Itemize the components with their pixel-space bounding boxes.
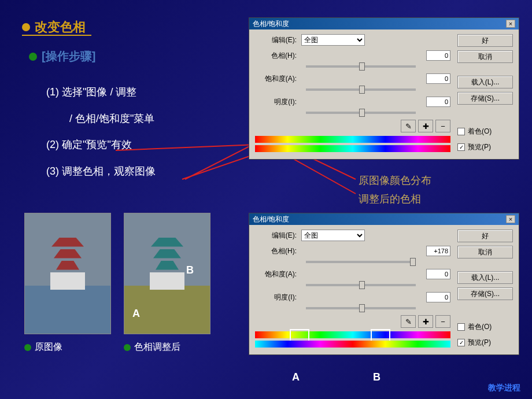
hue-strip-adjusted — [255, 145, 450, 152]
eyedropper-icon[interactable]: ✎ — [401, 315, 416, 328]
step-1a: (1) 选择"图像 / 调整 — [46, 81, 156, 104]
original-image-label: 原图像 — [24, 341, 111, 353]
dialog-title-bar[interactable]: 色相/饱和度 × — [249, 18, 519, 29]
colorize-row[interactable]: 着色(O) — [457, 127, 513, 136]
eyedropper-icon[interactable]: ✎ — [401, 120, 416, 132]
colorize-checkbox[interactable] — [457, 128, 465, 135]
eyedropper-minus-icon[interactable]: − — [435, 315, 450, 328]
hue-sat-dialog-top: 色相/饱和度 × 编辑(E): 全图 色相(H): 0 饱和度(A): 0 明度… — [249, 17, 519, 160]
cancel-button[interactable]: 取消 — [457, 246, 513, 258]
save-button[interactable]: 存储(S)... — [457, 92, 513, 105]
overlay-a: A — [132, 308, 140, 320]
annotation-adjusted: 调整后的色相 — [359, 192, 431, 206]
label-text: 色相调整后 — [134, 341, 180, 353]
slider-handle[interactable] — [410, 258, 416, 266]
light-input[interactable]: 0 — [426, 97, 450, 107]
light-label: 明度(I): — [255, 97, 301, 107]
preview-row[interactable]: ✓ 预览(P) — [457, 142, 513, 152]
sat-input[interactable]: 0 — [426, 269, 450, 279]
image-labels: 原图像 色相调整后 — [24, 341, 210, 353]
slider-handle[interactable] — [359, 86, 365, 94]
sat-slider[interactable] — [306, 284, 416, 286]
step-2: (2) 确定"预览"有效 — [46, 134, 156, 157]
image-examples: A B — [24, 213, 210, 334]
overlay-b: B — [186, 264, 194, 276]
original-image — [24, 213, 111, 334]
main-heading-underline — [22, 35, 91, 36]
ok-button[interactable]: 好 — [457, 230, 513, 242]
eyedropper-plus-icon[interactable]: ✚ — [418, 315, 433, 328]
dialog-title: 色相/饱和度 — [253, 215, 289, 224]
hue-slider[interactable] — [306, 261, 416, 263]
preview-checkbox[interactable]: ✓ — [457, 143, 465, 151]
hue-input[interactable]: 0 — [426, 50, 450, 61]
light-input[interactable]: 0 — [426, 292, 450, 302]
slider-handle[interactable] — [359, 281, 365, 289]
preview-checkbox[interactable]: ✓ — [457, 339, 465, 346]
light-slider[interactable] — [306, 307, 416, 309]
main-heading: 改变色相 — [22, 19, 86, 36]
hue-sat-dialog-bottom: 色相/饱和度 × 编辑(E): 全图 色相(H): +178 饱和度(A): 0… — [249, 213, 519, 355]
hue-strip-original — [255, 136, 450, 143]
edit-select[interactable]: 全图 — [301, 230, 365, 241]
slider-handle[interactable] — [359, 109, 365, 117]
marker-label-a: A — [292, 371, 300, 383]
load-button[interactable]: 载入(L)... — [457, 76, 513, 88]
colorize-checkbox[interactable] — [457, 323, 465, 331]
cancel-button[interactable]: 取消 — [457, 50, 513, 63]
sat-label: 饱和度(A): — [255, 269, 301, 279]
hue-label: 色相(H): — [255, 51, 301, 61]
colorize-row[interactable]: 着色(O) — [457, 322, 513, 332]
label-text: 原图像 — [35, 341, 62, 353]
step-1b: / 色相/饱和度"菜单 — [46, 108, 156, 131]
eyedropper-minus-icon[interactable]: − — [435, 120, 450, 132]
annotations: 原图像颜色分布 调整后的色相 — [359, 173, 431, 210]
hue-label: 色相(H): — [255, 246, 301, 256]
light-slider[interactable] — [306, 112, 416, 114]
footer-link[interactable]: 教学进程 — [488, 383, 520, 393]
preview-row[interactable]: ✓ 预览(P) — [457, 338, 513, 348]
sat-label: 饱和度(A): — [255, 74, 301, 84]
bullet-dot — [29, 53, 37, 61]
load-button[interactable]: 载入(L)... — [457, 271, 513, 284]
close-icon[interactable]: × — [506, 215, 515, 223]
preview-label: 预览(P) — [468, 338, 491, 348]
main-heading-text: 改变色相 — [35, 19, 86, 36]
edit-select[interactable]: 全图 — [301, 34, 365, 46]
hue-strip-adjusted — [255, 341, 450, 348]
marker-label-b: B — [373, 371, 380, 383]
adjusted-image-label: 色相调整后 — [124, 341, 210, 353]
sub-heading-text: [操作步骤] — [42, 49, 95, 64]
adjusted-image: A B — [124, 213, 210, 334]
dialog-title-bar[interactable]: 色相/饱和度 × — [249, 213, 519, 225]
edit-label: 编辑(E): — [255, 35, 301, 45]
annotation-original: 原图像颜色分布 — [359, 173, 431, 187]
colorize-label: 着色(O) — [468, 127, 492, 136]
sub-heading: [操作步骤] — [29, 49, 95, 64]
sat-input[interactable]: 0 — [426, 73, 450, 84]
slider-handle[interactable] — [359, 304, 365, 312]
steps-list: (1) 选择"图像 / 调整 / 色相/饱和度"菜单 (2) 确定"预览"有效 … — [46, 81, 156, 186]
bullet-dot — [124, 344, 131, 351]
bullet-dot — [24, 344, 31, 351]
pagoda-illustration — [147, 238, 187, 295]
sat-slider[interactable] — [306, 88, 416, 91]
hue-strip-original — [255, 331, 450, 338]
bullet-dot — [22, 23, 30, 31]
light-label: 明度(I): — [255, 293, 301, 302]
pagoda-illustration — [47, 238, 88, 295]
colorize-label: 着色(O) — [468, 322, 492, 332]
preview-label: 预览(P) — [468, 142, 491, 152]
ok-button[interactable]: 好 — [457, 34, 513, 47]
slider-handle[interactable] — [359, 62, 365, 71]
save-button[interactable]: 存储(S)... — [457, 287, 513, 300]
edit-label: 编辑(E): — [255, 231, 301, 241]
hue-input[interactable]: +178 — [426, 246, 450, 256]
eyedropper-plus-icon[interactable]: ✚ — [418, 120, 433, 132]
dialog-title: 色相/饱和度 — [253, 19, 289, 29]
hue-slider[interactable] — [306, 65, 416, 68]
step-3: (3) 调整色相，观察图像 — [46, 160, 156, 183]
close-icon[interactable]: × — [506, 20, 515, 28]
